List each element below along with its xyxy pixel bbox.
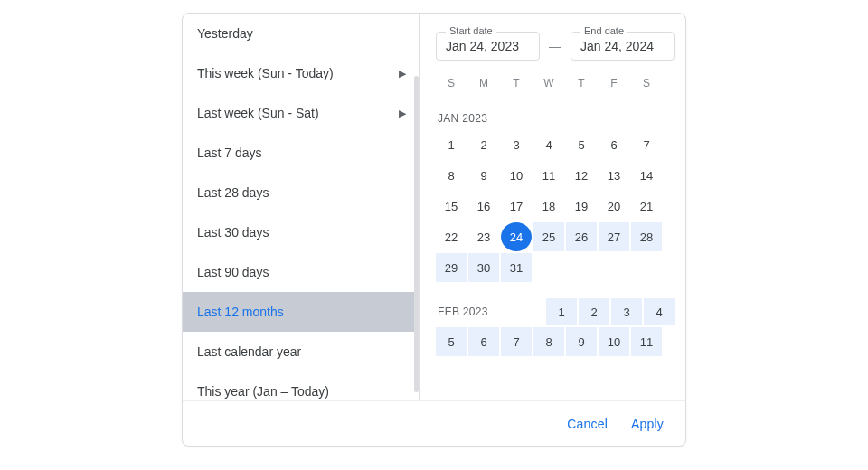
day-jan-11[interactable]: 11 <box>533 161 564 190</box>
day-feb-6[interactable]: 6 <box>468 327 499 356</box>
day-jan-7[interactable]: 7 <box>631 130 662 159</box>
preset-label: This year (Jan – Today) <box>197 384 329 399</box>
weekday-W: W <box>533 77 564 89</box>
day-feb-9[interactable]: 9 <box>566 327 597 356</box>
month-grid-jan: 1234567891011121314151617181920212223242… <box>436 130 675 282</box>
preset-label: Last 12 months <box>197 305 284 319</box>
picker-body: YesterdayThis week (Sun - Today)▶Last we… <box>183 14 685 400</box>
date-inputs: Start date Jan 24, 2023 — End date Jan 2… <box>436 14 675 73</box>
day-jan-27[interactable]: 27 <box>599 222 629 251</box>
apply-button[interactable]: Apply <box>631 417 664 431</box>
cancel-button[interactable]: Cancel <box>567 417 608 431</box>
preset-last-week-sun-sat[interactable]: Last week (Sun - Sat)▶ <box>183 93 419 133</box>
weekday-S: S <box>631 77 662 89</box>
day-feb-1[interactable]: 1 <box>546 298 577 325</box>
preset-list: YesterdayThis week (Sun - Today)▶Last we… <box>183 14 420 400</box>
preset-last-30-days[interactable]: Last 30 days <box>183 212 419 252</box>
day-jan-20[interactable]: 20 <box>599 192 629 221</box>
day-jan-6[interactable]: 6 <box>599 130 629 159</box>
day-jan-16[interactable]: 16 <box>468 192 499 221</box>
date-range-separator: — <box>549 39 561 53</box>
month-row-feb-2: 567891011 <box>436 327 675 356</box>
start-date-value: Jan 24, 2023 <box>446 39 519 53</box>
month-row-feb-head: FEB 2023 1234 <box>436 298 675 325</box>
preset-label: Last week (Sun - Sat) <box>197 106 319 120</box>
start-date-field[interactable]: Start date Jan 24, 2023 <box>436 32 540 61</box>
preset-this-week-sun-today[interactable]: This week (Sun - Today)▶ <box>183 53 419 93</box>
day-feb-10[interactable]: 10 <box>599 327 629 356</box>
preset-last-28-days[interactable]: Last 28 days <box>183 173 419 212</box>
day-jan-21[interactable]: 21 <box>631 192 662 221</box>
day-jan-3[interactable]: 3 <box>501 130 532 159</box>
day-jan-4[interactable]: 4 <box>533 130 564 159</box>
day-jan-18[interactable]: 18 <box>533 192 564 221</box>
day-jan-8[interactable]: 8 <box>436 161 467 190</box>
preset-yesterday[interactable]: Yesterday <box>183 14 419 53</box>
month-label-feb: FEB 2023 <box>436 306 544 318</box>
preset-label: Last calendar year <box>197 344 301 359</box>
preset-label: This week (Sun - Today) <box>197 66 334 80</box>
preset-label: Last 28 days <box>197 185 269 200</box>
day-feb-4[interactable]: 4 <box>644 298 675 325</box>
day-jan-13[interactable]: 13 <box>599 161 629 190</box>
preset-label: Last 7 days <box>197 146 262 160</box>
preset-label: Last 90 days <box>197 265 269 279</box>
chevron-right-icon: ▶ <box>399 108 406 119</box>
end-date-field[interactable]: End date Jan 24, 2024 <box>571 32 675 61</box>
calendar-panel: Start date Jan 24, 2023 — End date Jan 2… <box>420 14 685 400</box>
day-jan-2[interactable]: 2 <box>468 130 499 159</box>
preset-last-90-days[interactable]: Last 90 days <box>183 252 419 292</box>
day-feb-8[interactable]: 8 <box>533 327 564 356</box>
day-jan-31[interactable]: 31 <box>501 253 532 282</box>
weekday-T: T <box>566 77 597 89</box>
preset-label: Last 30 days <box>197 225 269 240</box>
end-date-value: Jan 24, 2024 <box>580 39 654 53</box>
day-jan-28[interactable]: 28 <box>631 222 662 251</box>
day-jan-15[interactable]: 15 <box>436 192 467 221</box>
preset-last-7-days[interactable]: Last 7 days <box>183 133 419 173</box>
preset-label: Yesterday <box>197 26 253 41</box>
day-feb-7[interactable]: 7 <box>501 327 532 356</box>
day-feb-2[interactable]: 2 <box>579 298 609 325</box>
preset-last-calendar-year[interactable]: Last calendar year <box>183 332 419 371</box>
weekday-M: M <box>468 77 499 89</box>
picker-footer: Cancel Apply <box>183 400 685 446</box>
day-jan-5[interactable]: 5 <box>566 130 597 159</box>
chevron-right-icon: ▶ <box>399 68 406 80</box>
day-jan-9[interactable]: 9 <box>468 161 499 190</box>
preset-this-year-jan-today[interactable]: This year (Jan – Today) <box>183 371 419 400</box>
weekday-F: F <box>599 77 629 89</box>
day-jan-30[interactable]: 30 <box>468 253 499 282</box>
day-jan-29[interactable]: 29 <box>436 253 467 282</box>
weekday-T: T <box>501 77 532 89</box>
day-feb-3[interactable]: 3 <box>611 298 642 325</box>
day-jan-23[interactable]: 23 <box>468 222 499 251</box>
day-jan-17[interactable]: 17 <box>501 192 532 221</box>
month-label-jan: JAN 2023 <box>436 99 675 130</box>
end-date-label: End date <box>580 25 627 36</box>
day-jan-12[interactable]: 12 <box>566 161 597 190</box>
day-jan-14[interactable]: 14 <box>631 161 662 190</box>
day-jan-10[interactable]: 10 <box>501 161 532 190</box>
day-feb-11[interactable]: 11 <box>631 327 662 356</box>
day-jan-24[interactable]: 24 <box>501 222 532 251</box>
day-jan-19[interactable]: 19 <box>566 192 597 221</box>
day-jan-25[interactable]: 25 <box>533 222 564 251</box>
preset-scrollbar[interactable] <box>414 76 419 392</box>
date-range-picker: YesterdayThis week (Sun - Today)▶Last we… <box>182 13 686 446</box>
weekday-S: S <box>436 77 467 89</box>
day-feb-5[interactable]: 5 <box>436 327 467 356</box>
preset-last-12-months[interactable]: Last 12 months <box>183 292 419 332</box>
day-jan-26[interactable]: 26 <box>566 222 597 251</box>
day-jan-1[interactable]: 1 <box>436 130 467 159</box>
start-date-label: Start date <box>446 25 496 36</box>
weekday-header: SMTWTFS <box>436 73 675 99</box>
day-jan-22[interactable]: 22 <box>436 222 467 251</box>
